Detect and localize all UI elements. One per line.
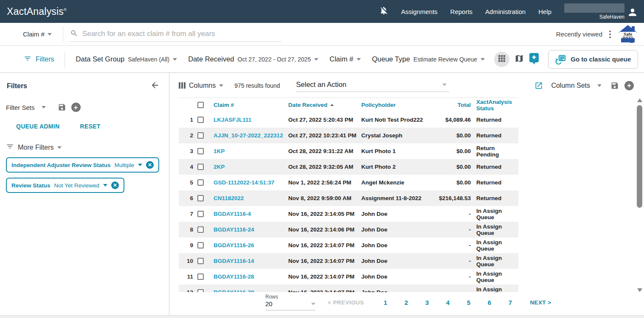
row-checkbox[interactable] bbox=[197, 242, 204, 248]
columns-dropdown[interactable]: Columns bbox=[179, 82, 223, 89]
nav-assignments[interactable]: Assignments bbox=[401, 8, 438, 15]
policyholder-value: John Doe bbox=[358, 289, 434, 292]
column-sets-dropdown[interactable]: Column Sets bbox=[551, 82, 590, 89]
notifications-off-icon[interactable] bbox=[379, 6, 388, 17]
chevron-down-icon[interactable] bbox=[597, 84, 602, 87]
queue-type-dropdown[interactable]: Queue Type Estimate Review Queue bbox=[372, 55, 485, 63]
go-to-classic-queue-button[interactable]: Go to classic queue bbox=[548, 50, 638, 69]
row-checkbox[interactable] bbox=[197, 211, 204, 217]
claim-link[interactable]: GSD-1112022-14:51:37 bbox=[210, 179, 285, 186]
search-input[interactable] bbox=[82, 30, 269, 38]
row-number: 3 bbox=[179, 148, 197, 154]
previous-page-button[interactable]: < PREVIOUS bbox=[328, 299, 364, 306]
row-checkbox[interactable] bbox=[197, 258, 204, 264]
search-scope-dropdown[interactable]: Claim # bbox=[0, 31, 63, 38]
header-total[interactable]: Total bbox=[434, 102, 471, 108]
row-checkbox[interactable] bbox=[197, 132, 204, 139]
page-number[interactable]: 5 bbox=[458, 299, 479, 306]
nav-help[interactable]: Help bbox=[538, 8, 551, 15]
action-select[interactable]: Select an Action bbox=[295, 79, 449, 92]
nav-reports[interactable]: Reports bbox=[450, 8, 473, 15]
nav-administration[interactable]: Administration bbox=[485, 8, 526, 15]
next-page-button[interactable]: NEXT > bbox=[530, 299, 551, 306]
claim-link[interactable]: 2KP bbox=[210, 164, 285, 170]
reset-link[interactable]: RESET bbox=[80, 123, 100, 130]
data-set-group-dropdown[interactable]: Data Set Group SafeHaven (All) bbox=[76, 55, 177, 63]
header-claim[interactable]: Claim # bbox=[210, 102, 285, 108]
claim-link[interactable]: BGDAY1116-29 bbox=[210, 289, 285, 292]
filter-chip[interactable]: Independent Adjuster Review Status Multi… bbox=[6, 157, 159, 173]
status-value: In Assign Queue bbox=[471, 271, 518, 283]
page-number[interactable]: 7 bbox=[500, 299, 520, 306]
filters-toggle-button[interactable]: Filters bbox=[0, 55, 65, 64]
claim-link[interactable]: BGDAY1116-14 bbox=[210, 258, 285, 264]
more-filters-dropdown[interactable]: More Filters bbox=[0, 130, 169, 152]
total-value: - bbox=[434, 273, 471, 280]
map-view-icon[interactable] bbox=[515, 54, 524, 65]
claim-link[interactable]: BGDAY1116-26 bbox=[210, 242, 285, 248]
select-all-checkbox[interactable] bbox=[197, 102, 204, 108]
grid-view-button[interactable] bbox=[494, 52, 509, 67]
header-date-received[interactable]: Date Received bbox=[285, 102, 358, 108]
claim-link[interactable]: BGDAY1116-4 bbox=[210, 211, 285, 217]
classic-queue-label: Go to classic queue bbox=[571, 56, 631, 63]
row-checkbox[interactable] bbox=[197, 179, 204, 186]
chevron-down-icon[interactable] bbox=[42, 106, 46, 109]
row-checkbox[interactable] bbox=[197, 226, 204, 233]
chevron-down-icon[interactable] bbox=[103, 184, 107, 187]
row-number: 5 bbox=[179, 179, 197, 186]
back-arrow-icon[interactable] bbox=[150, 81, 160, 92]
user-menu[interactable]: SafeHaven bbox=[564, 3, 638, 20]
filter-sets-dropdown[interactable]: Filter Sets bbox=[6, 104, 35, 111]
row-checkbox[interactable] bbox=[197, 148, 204, 154]
save-icon[interactable] bbox=[610, 81, 619, 90]
safehaven-logo[interactable]: Safe HAVEN bbox=[618, 25, 638, 44]
scroll-down-icon[interactable] bbox=[637, 288, 642, 292]
page-number[interactable]: 6 bbox=[479, 299, 500, 306]
remove-chip-icon[interactable]: ✕ bbox=[111, 181, 119, 189]
sparkle-pin-icon[interactable] bbox=[529, 53, 539, 66]
queue-admin-link[interactable]: QUEUE ADMIN bbox=[16, 123, 59, 130]
date-received-value: Oct 28, 2022 9:32:05 AM bbox=[285, 164, 358, 170]
page-number[interactable]: 2 bbox=[396, 299, 416, 306]
app-logo[interactable]: XactAnalysis® bbox=[7, 6, 67, 17]
page-number[interactable]: 4 bbox=[437, 299, 458, 306]
claim-link[interactable]: AJJN_10-27-2022_222312 bbox=[210, 132, 285, 139]
claim-link[interactable]: CN1182022 bbox=[210, 195, 285, 201]
date-received-dropdown[interactable]: Date Received Oct 27, 2022 - Oct 27, 202… bbox=[188, 55, 318, 63]
claim-link[interactable]: 1KP bbox=[210, 148, 285, 154]
vertical-scrollbar[interactable] bbox=[636, 98, 643, 293]
open-in-new-icon[interactable] bbox=[534, 81, 543, 90]
row-checkbox[interactable] bbox=[197, 289, 204, 292]
policyholder-value: Kurt Noti Test Prod222 bbox=[358, 117, 434, 123]
total-value: - bbox=[434, 242, 471, 248]
header-status[interactable]: XactAnalysis Status bbox=[471, 99, 518, 112]
add-column-set-button[interactable]: + bbox=[624, 81, 634, 90]
page-number[interactable]: 3 bbox=[416, 299, 437, 306]
scroll-up-icon[interactable] bbox=[637, 98, 642, 102]
page-number[interactable]: 1 bbox=[375, 299, 396, 306]
row-checkbox[interactable] bbox=[197, 117, 204, 123]
claim-label: Claim # bbox=[329, 55, 353, 63]
claims-table: Claim # Date Received Policyholder Total… bbox=[179, 98, 518, 292]
save-icon[interactable] bbox=[58, 103, 66, 112]
scrollbar-thumb[interactable] bbox=[637, 105, 642, 208]
add-filter-set-button[interactable]: + bbox=[71, 103, 81, 112]
claim-link[interactable]: LKJASFJL111 bbox=[210, 117, 285, 123]
claim-number-dropdown[interactable]: Claim # bbox=[329, 55, 361, 63]
rows-per-page-select[interactable]: Rows 20 bbox=[265, 294, 315, 310]
row-checkbox[interactable] bbox=[197, 273, 204, 280]
recently-viewed-label[interactable]: Recently viewed bbox=[556, 31, 602, 38]
more-vert-icon[interactable] bbox=[608, 30, 612, 39]
row-checkbox[interactable] bbox=[197, 164, 204, 170]
chevron-down-icon[interactable] bbox=[138, 164, 142, 166]
date-received-value: Nov 16, 2022 3:14:07 PM bbox=[285, 273, 358, 280]
remove-chip-icon[interactable]: ✕ bbox=[146, 161, 154, 169]
filter-chip[interactable]: Review Status Not Yet Reviewed ✕ bbox=[6, 178, 124, 193]
header-policyholder[interactable]: Policyholder bbox=[358, 102, 434, 108]
claim-link[interactable]: BGDAY1116-28 bbox=[210, 273, 285, 280]
row-checkbox[interactable] bbox=[197, 195, 204, 201]
claim-link[interactable]: BGDAY1116-24 bbox=[210, 226, 285, 233]
date-received-value: Nov 16, 2022 3:14:07 PM bbox=[285, 242, 358, 248]
bottom-scroll-track bbox=[0, 315, 644, 318]
